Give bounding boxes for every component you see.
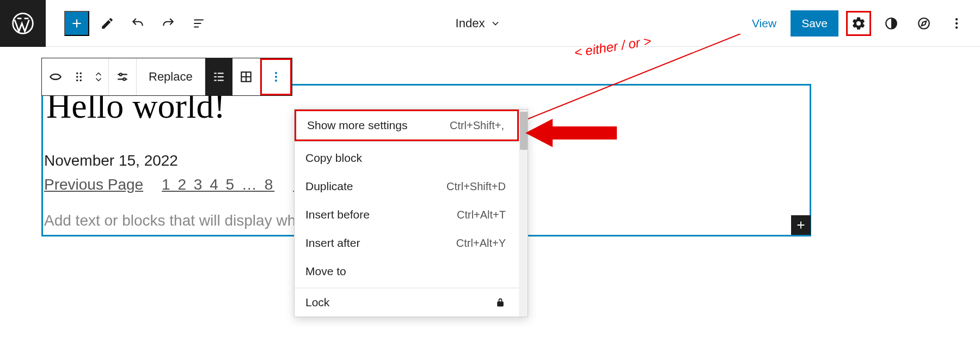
svg-point-9 xyxy=(80,76,82,77)
chevron-up-icon xyxy=(94,71,103,77)
gear-icon xyxy=(851,16,866,31)
menu-show-more-settings[interactable]: Show more settings Ctrl+Shift+, xyxy=(295,110,519,141)
list-layout-icon[interactable] xyxy=(205,58,232,95)
menu-copy-block[interactable]: Copy block xyxy=(295,144,519,172)
svg-point-2 xyxy=(918,18,929,29)
block-options-menu: Show more settings Ctrl+Shift+, Copy blo… xyxy=(294,109,528,317)
block-toolbar: Replace xyxy=(41,58,292,96)
options-button[interactable] xyxy=(944,11,969,36)
svg-point-11 xyxy=(80,80,82,81)
chevron-down-icon xyxy=(94,77,103,82)
top-bar: Index View Save xyxy=(0,0,980,47)
contrast-icon xyxy=(884,16,898,31)
replace-button[interactable]: Replace xyxy=(137,58,205,95)
svg-point-6 xyxy=(76,72,78,74)
grid-layout-icon[interactable] xyxy=(232,58,260,95)
settings-sliders-icon[interactable] xyxy=(109,58,136,95)
vertical-dots-icon xyxy=(275,72,277,82)
template-name: Index xyxy=(456,16,485,31)
menu-lock[interactable]: Lock xyxy=(295,288,519,317)
navigation-icon[interactable] xyxy=(911,11,936,36)
toolbar-right: View Save xyxy=(745,10,980,37)
svg-point-7 xyxy=(80,72,82,74)
svg-point-3 xyxy=(955,18,958,20)
svg-point-10 xyxy=(76,80,78,81)
page-numbers[interactable]: 1 2 3 4 5 … 8 xyxy=(162,176,274,193)
vertical-dots-icon xyxy=(950,16,964,31)
block-type-icon[interactable] xyxy=(42,58,69,95)
add-block-inline[interactable] xyxy=(791,215,811,235)
list-view-icon[interactable] xyxy=(186,11,211,36)
template-selector[interactable]: Index xyxy=(211,16,745,31)
save-button[interactable]: Save xyxy=(791,10,838,37)
menu-duplicate[interactable]: Duplicate Ctrl+Shift+D xyxy=(295,172,519,201)
svg-point-13 xyxy=(123,78,125,80)
chevron-down-icon xyxy=(490,18,501,29)
edit-icon[interactable] xyxy=(95,11,120,36)
lock-icon xyxy=(495,296,506,309)
move-arrows[interactable] xyxy=(89,58,108,95)
block-more-options[interactable] xyxy=(260,58,292,95)
styles-button[interactable] xyxy=(879,11,904,36)
toolbar-left xyxy=(46,11,211,36)
menu-insert-after[interactable]: Insert after Ctrl+Alt+Y xyxy=(295,229,519,257)
drag-handle[interactable] xyxy=(69,58,89,95)
view-link[interactable]: View xyxy=(745,13,783,34)
menu-insert-before[interactable]: Insert before Ctrl+Alt+T xyxy=(295,201,519,229)
previous-page-link[interactable]: Previous Page xyxy=(44,176,143,193)
settings-button[interactable] xyxy=(846,11,871,36)
svg-point-8 xyxy=(76,76,78,77)
menu-move-to[interactable]: Move to xyxy=(295,257,519,286)
undo-button[interactable] xyxy=(125,11,150,36)
svg-point-4 xyxy=(955,22,958,24)
scrollbar[interactable] xyxy=(519,110,528,317)
redo-button[interactable] xyxy=(156,11,181,36)
wordpress-logo[interactable] xyxy=(0,0,46,47)
svg-point-12 xyxy=(120,74,122,76)
svg-point-5 xyxy=(955,26,958,28)
add-block-button[interactable] xyxy=(64,11,89,36)
